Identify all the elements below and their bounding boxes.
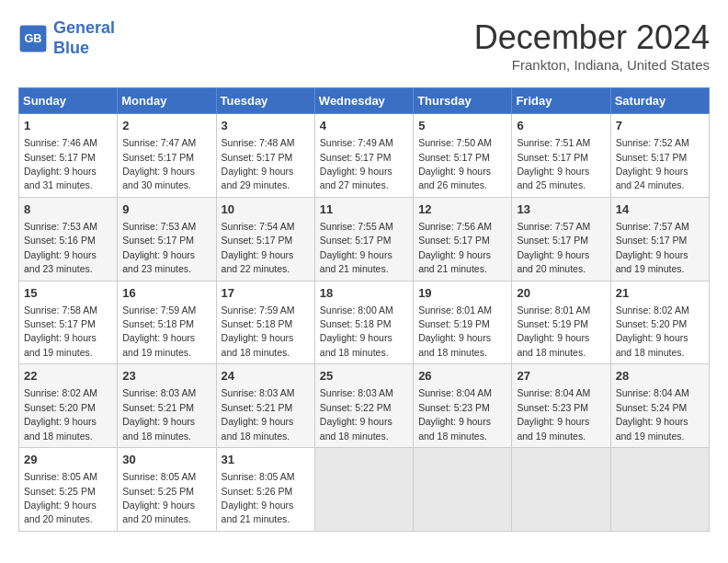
day-number: 29 <box>24 452 112 468</box>
table-row: 1Sunrise: 7:46 AMSunset: 5:17 PMDaylight… <box>19 114 118 198</box>
cell-content: Sunrise: 8:03 AMSunset: 5:22 PMDaylight:… <box>320 387 393 441</box>
table-row: 11Sunrise: 7:55 AMSunset: 5:17 PMDayligh… <box>314 197 413 281</box>
cell-content: Sunrise: 7:55 AMSunset: 5:17 PMDaylight:… <box>320 221 393 274</box>
table-row: 18Sunrise: 8:00 AMSunset: 5:18 PMDayligh… <box>314 281 413 364</box>
table-row: 3Sunrise: 7:48 AMSunset: 5:17 PMDaylight… <box>216 114 314 198</box>
cell-content: Sunrise: 7:56 AMSunset: 5:17 PMDaylight:… <box>418 221 492 274</box>
table-row: 28Sunrise: 8:04 AMSunset: 5:24 PMDayligh… <box>610 364 709 448</box>
table-row <box>512 448 610 532</box>
cell-content: Sunrise: 7:57 AMSunset: 5:17 PMDaylight:… <box>616 221 689 274</box>
title-block: December 2024 Frankton, Indiana, United … <box>474 18 710 73</box>
day-number: 7 <box>616 118 704 134</box>
calendar-week-row: 22Sunrise: 8:02 AMSunset: 5:20 PMDayligh… <box>19 364 710 448</box>
day-header-saturday: Saturday <box>610 88 709 114</box>
table-row: 5Sunrise: 7:50 AMSunset: 5:17 PMDaylight… <box>414 114 512 198</box>
table-row: 8Sunrise: 7:53 AMSunset: 5:16 PMDaylight… <box>19 197 118 281</box>
day-header-sunday: Sunday <box>19 88 118 114</box>
day-number: 10 <box>222 201 310 218</box>
cell-content: Sunrise: 8:03 AMSunset: 5:21 PMDaylight:… <box>222 387 295 441</box>
cell-content: Sunrise: 7:58 AMSunset: 5:17 PMDaylight:… <box>24 304 97 358</box>
cell-content: Sunrise: 7:59 AMSunset: 5:18 PMDaylight:… <box>222 304 295 358</box>
table-row: 26Sunrise: 8:04 AMSunset: 5:23 PMDayligh… <box>414 364 512 448</box>
cell-content: Sunrise: 7:52 AMSunset: 5:17 PMDaylight:… <box>616 137 689 190</box>
day-number: 31 <box>222 452 310 468</box>
cell-content: Sunrise: 8:01 AMSunset: 5:19 PMDaylight:… <box>517 304 590 358</box>
table-row <box>314 448 413 532</box>
calendar-title: December 2024 <box>474 18 710 57</box>
calendar-week-row: 1Sunrise: 7:46 AMSunset: 5:17 PMDaylight… <box>19 114 710 198</box>
table-row: 16Sunrise: 7:59 AMSunset: 5:18 PMDayligh… <box>118 281 216 364</box>
table-row: 25Sunrise: 8:03 AMSunset: 5:22 PMDayligh… <box>314 364 413 448</box>
calendar-week-row: 29Sunrise: 8:05 AMSunset: 5:25 PMDayligh… <box>19 448 710 532</box>
table-row: 13Sunrise: 7:57 AMSunset: 5:17 PMDayligh… <box>512 197 610 281</box>
cell-content: Sunrise: 7:47 AMSunset: 5:17 PMDaylight:… <box>122 137 196 190</box>
cell-content: Sunrise: 8:04 AMSunset: 5:23 PMDaylight:… <box>517 387 590 441</box>
table-row: 17Sunrise: 7:59 AMSunset: 5:18 PMDayligh… <box>216 281 314 364</box>
day-number: 21 <box>616 285 704 302</box>
table-row: 19Sunrise: 8:01 AMSunset: 5:19 PMDayligh… <box>414 281 512 364</box>
calendar-week-row: 8Sunrise: 7:53 AMSunset: 5:16 PMDaylight… <box>19 197 710 281</box>
day-number: 15 <box>24 285 112 302</box>
cell-content: Sunrise: 8:05 AMSunset: 5:25 PMDaylight:… <box>24 471 97 524</box>
day-number: 30 <box>122 452 210 468</box>
cell-content: Sunrise: 8:00 AMSunset: 5:18 PMDaylight:… <box>320 304 393 358</box>
table-row: 27Sunrise: 8:04 AMSunset: 5:23 PMDayligh… <box>512 364 610 448</box>
day-header-monday: Monday <box>118 88 216 114</box>
cell-content: Sunrise: 7:53 AMSunset: 5:17 PMDaylight:… <box>122 221 196 274</box>
day-number: 24 <box>222 368 310 385</box>
day-number: 13 <box>517 201 605 218</box>
day-number: 27 <box>517 368 605 385</box>
table-row <box>414 448 512 532</box>
table-row: 31Sunrise: 8:05 AMSunset: 5:26 PMDayligh… <box>216 448 314 532</box>
table-row: 9Sunrise: 7:53 AMSunset: 5:17 PMDaylight… <box>118 197 216 281</box>
day-header-wednesday: Wednesday <box>314 88 413 114</box>
table-row: 14Sunrise: 7:57 AMSunset: 5:17 PMDayligh… <box>610 197 709 281</box>
calendar-subtitle: Frankton, Indiana, United States <box>474 57 710 73</box>
cell-content: Sunrise: 8:02 AMSunset: 5:20 PMDaylight:… <box>616 304 689 358</box>
cell-content: Sunrise: 7:54 AMSunset: 5:17 PMDaylight:… <box>222 221 295 274</box>
table-row: 15Sunrise: 7:58 AMSunset: 5:17 PMDayligh… <box>19 281 118 364</box>
day-number: 3 <box>222 118 310 134</box>
table-row: 21Sunrise: 8:02 AMSunset: 5:20 PMDayligh… <box>610 281 709 364</box>
cell-content: Sunrise: 8:04 AMSunset: 5:23 PMDaylight:… <box>418 387 492 441</box>
day-number: 26 <box>418 368 506 385</box>
calendar-week-row: 15Sunrise: 7:58 AMSunset: 5:17 PMDayligh… <box>19 281 710 364</box>
day-number: 14 <box>616 201 704 218</box>
table-row: 2Sunrise: 7:47 AMSunset: 5:17 PMDaylight… <box>118 114 216 198</box>
day-number: 16 <box>122 285 210 302</box>
cell-content: Sunrise: 8:03 AMSunset: 5:21 PMDaylight:… <box>122 387 196 441</box>
cell-content: Sunrise: 8:04 AMSunset: 5:24 PMDaylight:… <box>616 387 689 441</box>
table-row: 20Sunrise: 8:01 AMSunset: 5:19 PMDayligh… <box>512 281 610 364</box>
day-number: 5 <box>418 118 506 134</box>
day-header-thursday: Thursday <box>414 88 512 114</box>
cell-content: Sunrise: 7:50 AMSunset: 5:17 PMDaylight:… <box>418 137 492 190</box>
logo-icon: GB <box>18 24 48 53</box>
table-row: 24Sunrise: 8:03 AMSunset: 5:21 PMDayligh… <box>216 364 314 448</box>
cell-content: Sunrise: 8:01 AMSunset: 5:19 PMDaylight:… <box>418 304 492 358</box>
table-row: 30Sunrise: 8:05 AMSunset: 5:25 PMDayligh… <box>118 448 216 532</box>
day-number: 8 <box>24 201 112 218</box>
day-number: 6 <box>517 118 605 134</box>
table-row: 10Sunrise: 7:54 AMSunset: 5:17 PMDayligh… <box>216 197 314 281</box>
cell-content: Sunrise: 8:05 AMSunset: 5:26 PMDaylight:… <box>222 471 295 524</box>
table-row: 6Sunrise: 7:51 AMSunset: 5:17 PMDaylight… <box>512 114 610 198</box>
day-number: 18 <box>320 285 408 302</box>
day-number: 12 <box>418 201 506 218</box>
day-number: 11 <box>320 201 408 218</box>
table-row <box>610 448 709 532</box>
logo-text: General Blue <box>53 18 115 58</box>
day-number: 4 <box>320 118 408 134</box>
svg-text:GB: GB <box>24 31 41 45</box>
day-number: 2 <box>122 118 210 134</box>
day-number: 20 <box>517 285 605 302</box>
cell-content: Sunrise: 7:51 AMSunset: 5:17 PMDaylight:… <box>517 137 590 190</box>
page-header: GB General Blue December 2024 Frankton, … <box>18 18 710 73</box>
day-number: 28 <box>616 368 704 385</box>
day-number: 1 <box>24 118 112 134</box>
table-row: 22Sunrise: 8:02 AMSunset: 5:20 PMDayligh… <box>19 364 118 448</box>
cell-content: Sunrise: 7:48 AMSunset: 5:17 PMDaylight:… <box>222 137 295 190</box>
cell-content: Sunrise: 7:49 AMSunset: 5:17 PMDaylight:… <box>320 137 393 190</box>
cell-content: Sunrise: 8:05 AMSunset: 5:25 PMDaylight:… <box>122 471 196 524</box>
day-number: 23 <box>122 368 210 385</box>
cell-content: Sunrise: 7:46 AMSunset: 5:17 PMDaylight:… <box>24 137 97 190</box>
